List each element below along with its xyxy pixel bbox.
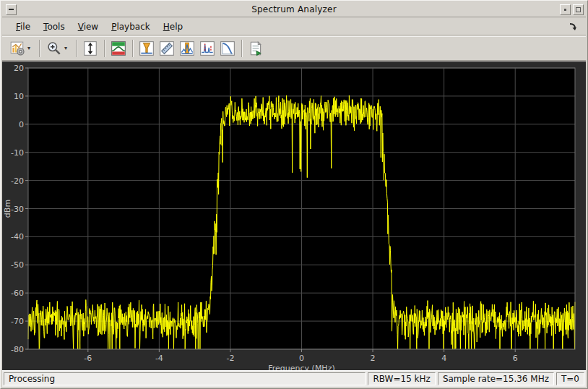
title-bar[interactable]: Spectrum Analyzer	[2, 2, 586, 17]
toolbar-separator	[241, 40, 242, 57]
menu-bar: FileToolsViewPlaybackHelp	[2, 18, 586, 35]
menu-item-view[interactable]: View	[72, 20, 105, 34]
svg-text:2: 2	[371, 354, 376, 363]
status-message: Processing	[4, 372, 366, 385]
maximize-button[interactable]	[573, 4, 584, 15]
dock-arrow-icon	[568, 22, 578, 32]
channel-measurements-icon	[139, 40, 155, 56]
svg-text:10: 10	[14, 92, 24, 101]
window-menu-button[interactable]	[6, 4, 17, 15]
ccdf-measurements-button[interactable]	[218, 39, 237, 58]
sample-rate-field: Sample rate=15.36 MHz	[438, 372, 554, 385]
svg-text:-6: -6	[84, 354, 92, 363]
dropdown-arrow-icon[interactable]: ▾	[64, 45, 67, 51]
svg-text:20: 20	[14, 64, 24, 73]
config-chart-gear-icon	[9, 40, 25, 56]
minimize-icon	[564, 9, 566, 11]
svg-text:6: 6	[513, 354, 518, 363]
svg-text:-2: -2	[226, 354, 234, 363]
configuration-properties-button[interactable]: ▾	[7, 39, 35, 58]
fit-vertical-icon	[82, 40, 98, 56]
svg-text:0: 0	[299, 354, 304, 363]
minimize-button[interactable]	[560, 4, 571, 15]
menu-item-tools[interactable]: Tools	[37, 20, 72, 34]
spectrum-plot-area[interactable]: -6-4-2024620100-10-20-30-40-50-60-70-80F…	[2, 61, 586, 370]
menu-item-file[interactable]: File	[9, 20, 37, 34]
svg-text:0: 0	[19, 120, 24, 129]
dropdown-arrow-icon[interactable]: ▾	[27, 45, 30, 51]
toolbar: ▾▾	[2, 36, 586, 61]
svg-text:-80: -80	[11, 345, 24, 354]
svg-text:-70: -70	[11, 317, 24, 326]
ccdf-curve-icon	[220, 40, 235, 56]
toolbar-separator	[76, 40, 77, 57]
menu-item-help[interactable]: Help	[157, 20, 189, 34]
cursor-measurements-button[interactable]	[157, 39, 176, 58]
svg-text:-10: -10	[11, 148, 24, 158]
peak-finder-button[interactable]	[178, 39, 196, 58]
svg-text:-20: -20	[11, 176, 24, 186]
spectrum-analyzer-window: Spectrum Analyzer FileToolsViewPlaybackH…	[0, 0, 588, 389]
script-run-icon	[248, 40, 264, 56]
rbw-field: RBW=15 kHz	[368, 372, 435, 385]
y-axis-label: dBm	[3, 200, 12, 218]
svg-text:-40: -40	[11, 232, 24, 241]
window-menu-icon	[9, 9, 14, 10]
status-bar: Processing RBW=15 kHz Sample rate=15.36 …	[2, 370, 586, 387]
svg-text:-60: -60	[11, 288, 24, 298]
zoom-in-icon	[46, 40, 62, 56]
spectrum-settings-button[interactable]	[109, 39, 128, 58]
generate-script-button[interactable]	[246, 39, 265, 58]
channel-measurements-button[interactable]	[137, 39, 156, 58]
toolbar-separator	[39, 40, 40, 57]
svg-text:-50: -50	[11, 260, 24, 270]
svg-text:4: 4	[441, 354, 446, 363]
menu-item-playback[interactable]: Playback	[105, 20, 157, 34]
zoom-button[interactable]: ▾	[44, 39, 72, 58]
svg-text:-4: -4	[155, 354, 163, 363]
ruler-icon	[159, 40, 175, 56]
svg-text:-30: -30	[11, 205, 24, 214]
time-field: T=0	[556, 372, 584, 385]
distortion-measurements-icon	[199, 40, 215, 56]
window-title: Spectrum Analyzer	[2, 4, 586, 14]
distortion-measurements-button[interactable]	[198, 39, 217, 58]
x-axis-label: Frequency (MHz)	[268, 364, 334, 370]
dock-button[interactable]	[567, 21, 579, 33]
peak-finder-icon	[179, 40, 195, 56]
maximize-icon	[576, 7, 581, 12]
spectrum-settings-icon	[111, 40, 126, 56]
scale-y-axis-button[interactable]	[81, 39, 100, 58]
toolbar-separator	[132, 40, 133, 57]
toolbar-separator	[104, 40, 105, 57]
